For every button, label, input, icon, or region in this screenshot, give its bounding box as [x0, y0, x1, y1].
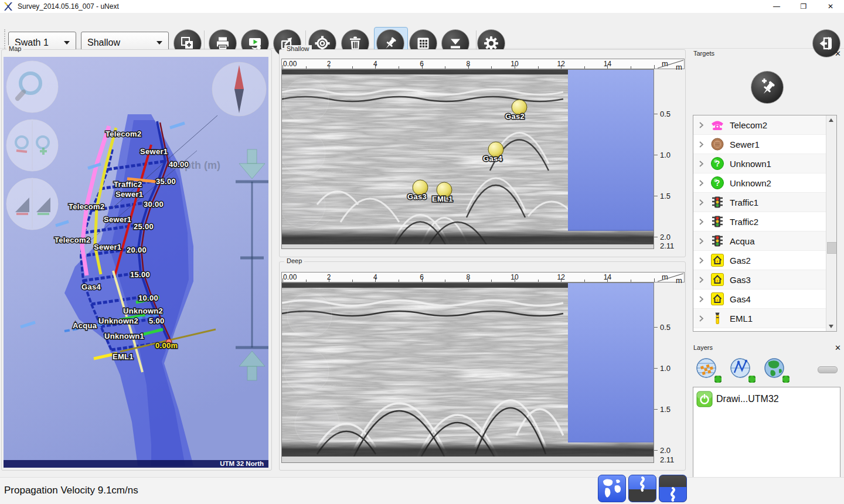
scroll-thumb[interactable] — [827, 242, 837, 254]
depth-max-label: 2.11 — [660, 241, 674, 250]
expand-chevron-icon[interactable] — [693, 199, 709, 206]
target-label: Traffic2 — [730, 217, 758, 227]
expand-chevron-icon[interactable] — [693, 315, 709, 322]
add-web-layer-icon[interactable] — [763, 356, 789, 383]
expand-chevron-icon[interactable] — [693, 276, 709, 284]
svg-text:EML1: EML1 — [113, 352, 134, 361]
map-view-button[interactable] — [598, 475, 626, 502]
flashlight-icon — [709, 311, 726, 325]
ruler-tick — [584, 280, 585, 282]
world-map-icon — [598, 475, 625, 502]
close-button[interactable]: ✕ — [817, 0, 844, 13]
ruler-tick-label: 10 — [506, 60, 523, 68]
targets-scrollbar[interactable] — [826, 115, 836, 331]
expand-chevron-icon[interactable] — [693, 257, 709, 264]
depth-tick-label: 0.5 — [660, 323, 671, 332]
deep-panel-title: Deep — [284, 257, 304, 264]
targets-close-icon[interactable]: ✕ — [835, 49, 841, 58]
phone-icon — [709, 118, 726, 132]
map-zoom-controls[interactable] — [6, 61, 58, 230]
layers-close-icon[interactable]: ✕ — [835, 343, 841, 352]
target-row-acqua[interactable]: Acqua — [693, 231, 826, 251]
ruler-tick — [445, 280, 445, 282]
ruler-tick — [538, 280, 539, 282]
target-row-gas4[interactable]: Gas4 — [693, 290, 826, 309]
ruler-tick — [399, 66, 399, 69]
expand-chevron-icon[interactable] — [693, 179, 709, 187]
expand-chevron-icon[interactable] — [693, 121, 709, 129]
svg-text:Sewer1: Sewer1 — [94, 243, 121, 251]
pushpin-plus-icon — [757, 77, 777, 97]
expand-chevron-icon[interactable] — [693, 218, 709, 226]
svg-text:30.00: 30.00 — [144, 200, 164, 209]
depth-tick-label: 0.5 — [660, 110, 671, 118]
layers-disabled-slider — [818, 366, 838, 373]
ruler-tick-label: 12 — [552, 60, 570, 68]
svg-text:Sewer1: Sewer1 — [104, 215, 131, 224]
chevron-down-icon — [156, 41, 162, 45]
title-bar: Survey_2014.05.16_007 - uNext — ❐ ✕ — [0, 0, 844, 13]
target-row-unknown2[interactable]: ?Unknown2 — [693, 173, 826, 193]
power-icon[interactable] — [696, 391, 713, 407]
status-bar: Propagation Velocity 9.1cm/ns — [0, 477, 844, 504]
map-3d-view[interactable]: Depth (m) Telecom2Sewer140.00Traffic235.… — [4, 57, 268, 468]
target-row-eml1[interactable]: EML1 — [693, 309, 826, 328]
question-icon: ? — [709, 176, 726, 190]
target-row-sewer1[interactable]: Sewer1 — [693, 135, 826, 154]
svg-text:Sewer1: Sewer1 — [140, 147, 168, 156]
gas-icon — [709, 273, 726, 287]
scroll-down-icon[interactable] — [829, 325, 833, 328]
svg-text:5.00: 5.00 — [149, 316, 165, 325]
minimize-button[interactable]: — — [763, 0, 790, 13]
restore-button[interactable]: ❐ — [790, 0, 817, 13]
svg-text:Telecom2: Telecom2 — [106, 130, 141, 138]
add-target-pin-button[interactable] — [751, 71, 784, 104]
deep-ruler: 0.002468101214mm — [281, 272, 685, 282]
target-row-gas3[interactable]: Gas3 — [693, 270, 826, 290]
ruler-tick — [306, 280, 307, 282]
svg-text:?: ? — [715, 159, 720, 168]
target-row-telecom2[interactable]: Telecom2 — [693, 115, 826, 135]
targets-panel-title: Targets — [693, 50, 714, 57]
app-icon — [4, 2, 13, 11]
target-label: Acqua — [730, 236, 755, 246]
target-row-unknown1[interactable]: ?Unknown1 — [693, 154, 826, 173]
question-icon: ? — [709, 156, 726, 171]
target-row-traffic2[interactable]: Traffic2 — [693, 212, 826, 231]
expand-chevron-icon[interactable] — [693, 237, 709, 245]
depth-tick-label: 2.0 — [660, 233, 671, 241]
compass[interactable] — [212, 62, 266, 116]
target-row-gas2[interactable]: Gas2 — [693, 251, 826, 270]
add-vector-layer-icon[interactable] — [729, 356, 755, 383]
expand-chevron-icon[interactable] — [693, 160, 709, 168]
target-label: EML1 — [730, 314, 753, 323]
add-raster-layer-icon[interactable] — [695, 356, 722, 383]
view-depth-select-value: Shallow — [87, 38, 120, 48]
shallow-panel-title: Shallow — [284, 45, 312, 52]
expand-chevron-icon[interactable] — [693, 295, 709, 303]
layer-row[interactable]: Drawi...UTM32 — [693, 387, 840, 411]
svg-text:35.00: 35.00 — [156, 177, 176, 186]
gas-icon — [709, 292, 726, 306]
depth-max-label: 2.11 — [660, 455, 674, 464]
split-map-bottom-button[interactable] — [659, 475, 687, 502]
ruler-tick-label: 0.00 — [283, 60, 297, 68]
expand-chevron-icon[interactable] — [693, 141, 709, 148]
deep-radargram[interactable] — [281, 282, 654, 463]
shallow-radargram[interactable]: Gas2Gas4Gas3EML1 — [281, 69, 654, 249]
gas-icon — [709, 253, 726, 267]
target-label: Telecom2 — [730, 120, 767, 130]
target-row-traffic1[interactable]: Traffic1 — [693, 193, 826, 212]
scroll-up-icon[interactable] — [829, 118, 833, 122]
ruler-tick — [538, 66, 539, 69]
ruler-tick — [306, 66, 307, 69]
targets-list: Telecom2Sewer1?Unknown1?Unknown2Traffic1… — [693, 115, 826, 328]
layers-toolbar — [695, 356, 841, 384]
svg-text:0.00m: 0.00m — [155, 341, 178, 350]
ruler-tick — [399, 280, 399, 282]
split-map-top-button[interactable] — [628, 475, 656, 502]
no-data-region — [568, 70, 654, 231]
ruler-tick-label: 2 — [320, 273, 338, 281]
svg-text:Telecom2: Telecom2 — [55, 236, 90, 244]
window-title: Survey_2014.05.16_007 - uNext — [18, 2, 119, 11]
